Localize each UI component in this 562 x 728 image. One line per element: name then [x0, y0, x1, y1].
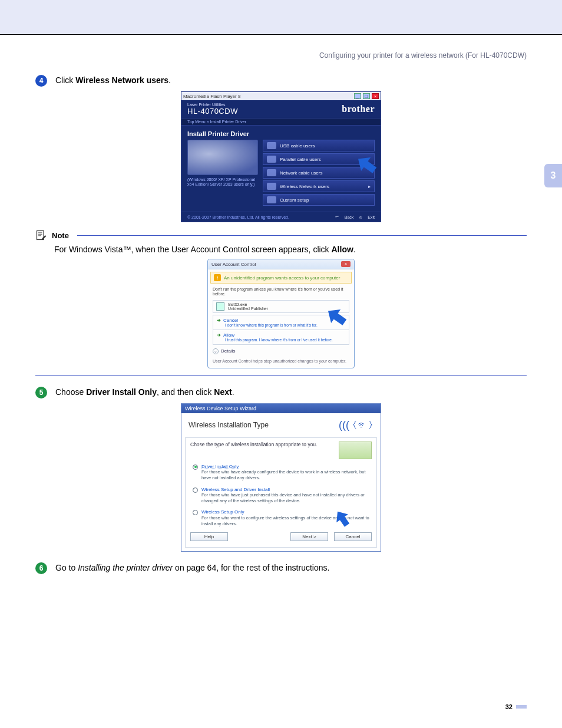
- uac-paragraph: Don't run the program unless you know wh…: [208, 286, 354, 298]
- parallel-icon: [267, 156, 276, 163]
- installer-footer: © 2001-2007 Brother Industries, Ltd. All…: [181, 212, 381, 222]
- step-6-pre: Go to: [55, 563, 78, 572]
- radio1-desc: For those who have already configured th…: [201, 469, 365, 480]
- program-file-icon: [216, 302, 224, 311]
- close-icon[interactable]: ×: [372, 93, 379, 99]
- uac-allow-choice[interactable]: ➔Allow I trust this program. I know wher…: [213, 330, 349, 345]
- note-rule: [77, 235, 527, 236]
- radio-setup-and-driver[interactable]: Wireless Setup and Driver InstallFor tho…: [193, 487, 369, 504]
- radio2-title: Wireless Setup and Driver Install: [201, 487, 270, 492]
- exit-button[interactable]: Exit: [368, 215, 375, 219]
- chapter-tab: 3: [544, 164, 562, 187]
- step-5-bold2: Next: [214, 387, 232, 397]
- figure-uac: User Account Control × ! An unidentified…: [35, 259, 527, 368]
- uac-details-toggle[interactable]: ⌄Details: [213, 348, 349, 354]
- figure-installer: Macromedia Flash Player 8 _ □ × Laser Pr…: [35, 91, 527, 222]
- step-4-pre: Click: [55, 75, 75, 85]
- note-end-rule: [35, 375, 527, 376]
- minimize-icon[interactable]: _: [354, 93, 361, 99]
- warning-shield-icon: !: [214, 274, 221, 281]
- step-5-post: .: [232, 387, 234, 397]
- step-5-pre: Choose: [55, 387, 86, 397]
- brand-logo: brother: [342, 104, 375, 114]
- back-arrow-icon[interactable]: ↩: [335, 215, 339, 219]
- wizard-titlebar: Wireless Device Setup Wizard: [181, 404, 381, 413]
- option-usb[interactable]: USB cable users▸: [263, 140, 375, 151]
- uac-title: User Account Control: [211, 262, 256, 267]
- installer-window-title: Macromedia Flash Player 8: [183, 94, 240, 99]
- wizard-lead-text: Chose the type of wireless installation …: [190, 442, 317, 447]
- option-parallel-label: Parallel cable users: [280, 157, 321, 162]
- chevron-down-icon: ⌄: [213, 348, 219, 354]
- radio2-desc: For those who have just purchased this d…: [201, 492, 365, 503]
- cancel-button[interactable]: Cancel: [334, 532, 372, 541]
- figure-wizard: Wireless Device Setup Wizard Wireless In…: [35, 403, 527, 552]
- wizard-header: Wireless Installation Type ((( ⟨ᯤ⟩: [181, 413, 381, 434]
- installer-window: Macromedia Flash Player 8 _ □ × Laser Pr…: [181, 91, 381, 222]
- radio1-title: Driver Install Only: [201, 464, 239, 469]
- uac-allow-title: Allow: [223, 332, 234, 338]
- page-number-accent: [516, 705, 527, 709]
- note-body: For Windows Vista™, when the User Accoun…: [35, 245, 527, 254]
- arrow-right-icon: ➔: [217, 332, 221, 338]
- network-icon: [267, 169, 276, 176]
- step-5-bold1: Driver Install Only: [86, 387, 157, 397]
- back-button[interactable]: Back: [345, 215, 354, 219]
- radio-dot-icon: [193, 510, 198, 515]
- uac-banner: ! An unidentified program wants access t…: [210, 272, 352, 284]
- wizard-window: Wireless Device Setup Wizard Wireless In…: [181, 403, 381, 552]
- next-button[interactable]: Next >: [290, 532, 328, 541]
- note-label: Note: [52, 231, 69, 240]
- exit-door-icon[interactable]: ⎋: [359, 215, 362, 219]
- wizard-lead: Chose the type of wireless installation …: [190, 442, 372, 459]
- close-icon[interactable]: ×: [341, 261, 351, 267]
- wireless-icon: [267, 183, 276, 190]
- option-wireless[interactable]: Wireless Network users▸: [263, 180, 375, 192]
- help-button[interactable]: Help: [190, 532, 228, 541]
- uac-cancel-title: Cancel: [223, 318, 238, 323]
- wireless-logo-icon: ((( ⟨ᯤ⟩: [339, 419, 373, 431]
- breadcrumb: Top Menu » Install Printer Driver: [181, 118, 381, 126]
- note-header: Note: [35, 229, 527, 241]
- product-subtitle: Laser Printer Utilities: [187, 103, 238, 107]
- installer-left-desc: (Windows 2000/ XP/ XP Professional x64 E…: [187, 177, 258, 187]
- option-usb-label: USB cable users: [280, 143, 315, 149]
- uac-titlebar: User Account Control ×: [208, 259, 354, 269]
- option-wireless-label: Wireless Network users: [280, 184, 329, 189]
- step-badge-6: 6: [35, 562, 47, 574]
- step-6-post: on page 64, for the rest of the instruct…: [173, 563, 329, 572]
- option-custom[interactable]: Custom setup▸: [263, 194, 375, 206]
- step-5-mid: , and then click: [157, 387, 214, 397]
- uac-details-label: Details: [221, 348, 235, 354]
- option-network-label: Network cable users: [280, 170, 322, 176]
- note-body-post: .: [353, 245, 356, 254]
- uac-allow-desc: I trust this program. I know where it's …: [225, 338, 345, 342]
- uac-footer-text: User Account Control helps stop unauthor…: [208, 357, 354, 368]
- step-badge-5: 5: [35, 387, 47, 398]
- uac-dialog: User Account Control × ! An unidentified…: [207, 259, 355, 368]
- running-head: Configuring your printer for a wireless …: [35, 35, 527, 64]
- step-4-text: Click Wireless Network users.: [55, 75, 171, 87]
- step-6-text: Go to Installing the printer driver on p…: [55, 562, 329, 574]
- arrow-right-icon: ➔: [217, 318, 221, 323]
- uac-cancel-desc: I don't know where this program is from …: [225, 323, 345, 327]
- wizard-heading: Wireless Installation Type: [189, 421, 269, 429]
- custom-icon: [267, 196, 276, 203]
- installer-copyright: © 2001-2007 Brother Industries, Ltd. All…: [187, 215, 289, 219]
- window-control-buttons: _ □ ×: [353, 93, 379, 99]
- radio-dot-icon: [193, 465, 198, 470]
- installer-section-title: Install Printer Driver: [181, 126, 381, 140]
- note-body-bold: Allow: [332, 245, 353, 254]
- radio3-title: Wireless Setup Only: [201, 509, 244, 515]
- radio-driver-install-only[interactable]: Driver Install OnlyFor those who have al…: [193, 464, 369, 481]
- radio-dot-icon: [193, 487, 198, 493]
- step-6-italic: Installing the printer driver: [78, 563, 173, 572]
- note-body-pre: For Windows Vista™, when the User Accoun…: [54, 245, 332, 254]
- step-4-post: .: [168, 75, 171, 85]
- printer-illustration: [187, 140, 258, 175]
- option-custom-label: Custom setup: [280, 197, 309, 203]
- usb-icon: [267, 142, 276, 149]
- maximize-icon[interactable]: □: [363, 93, 370, 99]
- wizard-decoration-icon: [339, 442, 372, 459]
- product-model: HL-4070CDW: [187, 107, 238, 116]
